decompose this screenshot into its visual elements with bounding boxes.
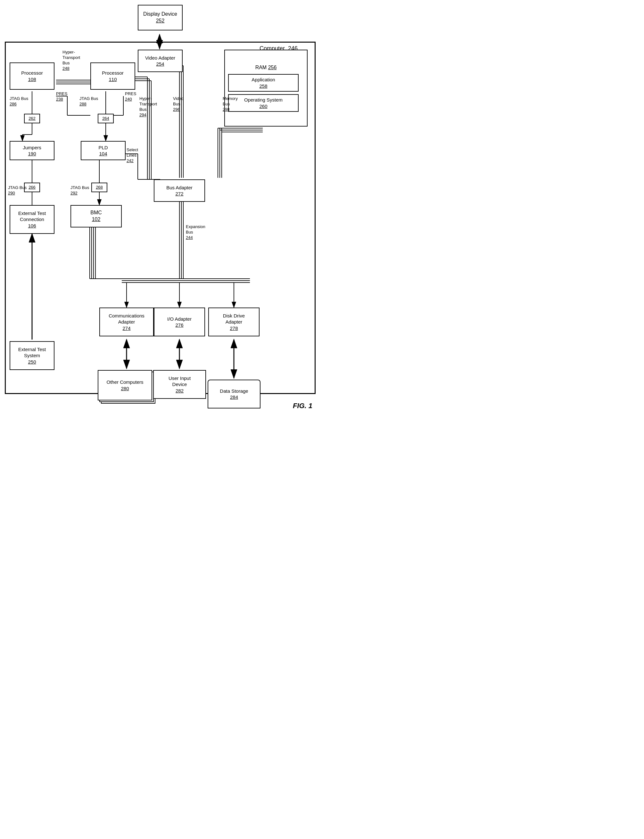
application-box: Application 258: [228, 74, 299, 92]
display-device-box: Display Device 252: [138, 5, 182, 30]
ets-label: External Test: [18, 346, 46, 353]
user-input-device-box: User Input Device 282: [153, 370, 206, 399]
etc-label: External Test: [18, 210, 46, 217]
etc-num: 106: [28, 223, 36, 229]
processor-108-label: Processor: [21, 70, 43, 76]
node-262-box: 262: [24, 114, 40, 123]
os-label: Operating System: [244, 97, 283, 103]
jumpers-num: 190: [28, 151, 36, 157]
display-device-num: 252: [156, 18, 165, 25]
ds-num: 284: [230, 394, 238, 401]
hypertransport-bus-top-label: Hyper- Transport Bus 248: [62, 50, 80, 71]
processor-110-num: 110: [108, 76, 117, 83]
diagram-container: Display Device 252 Computer 246 Video Ad…: [0, 0, 322, 420]
processor-108-box: Processor 108: [10, 62, 54, 90]
ets-label2: System: [24, 352, 40, 359]
expansion-bus-244-label: Expansion Bus 244: [186, 224, 205, 241]
data-storage-box: Data Storage 284: [208, 379, 261, 409]
disk-drive-adapter-box: Disk Drive Adapter 278: [208, 307, 260, 337]
jumpers-label: Jumpers: [23, 144, 41, 151]
node-264-box: 264: [98, 114, 114, 123]
dda-num: 278: [230, 325, 238, 332]
pld-label: PLD: [99, 144, 108, 151]
external-test-connection-box: External Test Connection 106: [10, 205, 54, 234]
dda-label2: Adapter: [225, 319, 243, 325]
jumpers-box: Jumpers 190: [10, 141, 54, 160]
ca-num: 274: [122, 325, 130, 332]
dda-label: Disk Drive: [223, 313, 245, 319]
processor-110-label: Processor: [102, 70, 124, 76]
ram-box: RAM 256 Application 258 Operating System…: [224, 50, 307, 126]
external-test-system-box: External Test System 250: [10, 341, 54, 370]
jtag-bus-288-label: JTAG Bus 288: [79, 96, 98, 107]
jtag-bus-290-label: JTAG Bus 290: [8, 185, 26, 196]
video-adapter-box: Video Adapter 254: [138, 50, 182, 72]
bus-adapter-box: Bus Adapter 272: [154, 179, 205, 202]
bmc-num: 102: [92, 216, 100, 223]
display-device-label: Display Device: [143, 11, 177, 18]
ram-num: 256: [268, 65, 277, 70]
oc-label: Other Computers: [106, 379, 143, 385]
uid-num: 282: [176, 387, 184, 394]
etc-label2: Connection: [20, 216, 44, 223]
video-adapter-label: Video Adapter: [145, 55, 175, 61]
oc-num: 280: [121, 385, 129, 392]
bus-adapter-num: 272: [175, 190, 183, 197]
operating-system-box: Operating System 260: [228, 94, 299, 112]
ca-label: Communications: [108, 313, 145, 319]
other-computers-stacked: Other Computers 280: [98, 370, 155, 405]
pld-num: 104: [99, 151, 107, 157]
video-adapter-num: 254: [156, 61, 164, 67]
ca-label2: Adapter: [118, 319, 135, 325]
pld-box: PLD 104: [81, 141, 126, 160]
memory-bus-298-label: Memory Bus 298: [223, 96, 238, 112]
application-num: 258: [259, 83, 267, 89]
jtag-bus-292-label: JTAG Bus 292: [71, 185, 89, 196]
ds-label: Data Storage: [220, 388, 248, 394]
communications-adapter-box: Communications Adapter 274: [99, 307, 154, 337]
uid-label: User Input: [169, 375, 191, 381]
processor-110-box: Processor 110: [90, 62, 135, 90]
pres-238-label: PRES 238: [56, 91, 67, 102]
bmc-box: BMC 102: [71, 205, 122, 227]
node-268-box: 268: [91, 182, 107, 192]
hypertransport-bus-294-label: Hyper- Transport Bus 294: [140, 96, 157, 118]
select-lines-242-label: Select Lines 242: [127, 147, 138, 164]
io-adapter-label: I/O Adapter: [167, 316, 192, 322]
io-adapter-box: I/O Adapter 276: [154, 307, 205, 337]
bus-adapter-label: Bus Adapter: [166, 184, 192, 191]
os-num: 260: [259, 103, 267, 110]
fig-label: FIG. 1: [293, 402, 312, 410]
io-adapter-num: 276: [175, 322, 183, 328]
application-label: Application: [251, 77, 275, 83]
pres-240-label: PRES 240: [125, 91, 136, 102]
jtag-bus-286-label: JTAG Bus 286: [10, 96, 28, 107]
video-bus-296-label: Video Bus 296: [173, 96, 184, 112]
bmc-label: BMC: [90, 210, 102, 216]
processor-108-num: 108: [28, 76, 36, 83]
ets-num: 250: [28, 359, 36, 365]
ram-label: RAM: [255, 65, 267, 70]
uid-label2: Device: [172, 381, 187, 387]
